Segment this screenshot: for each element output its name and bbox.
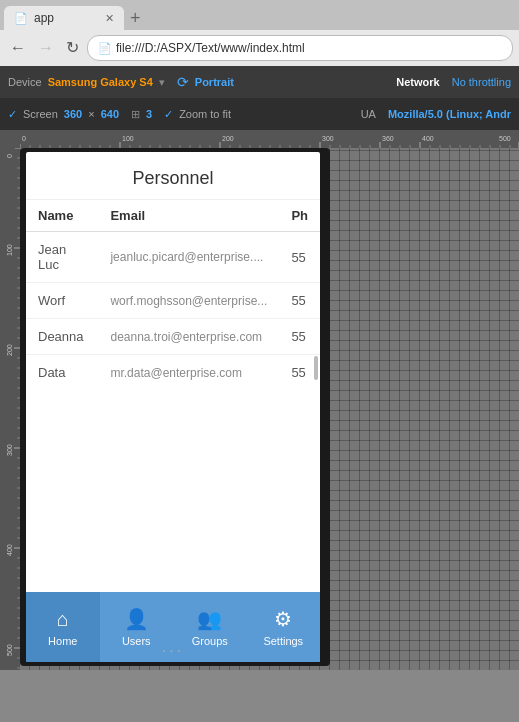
tab-title: app	[34, 11, 54, 25]
svg-text:0: 0	[6, 154, 13, 158]
portrait-section: ⟳ Portrait	[177, 74, 234, 90]
horizontal-ruler: 0 100	[20, 130, 519, 148]
device-screen: Personnel Name Email Ph	[26, 152, 320, 662]
lock-icon: 📄	[98, 42, 112, 55]
hruler-svg: 0 100	[20, 130, 519, 148]
cell-email: jeanluc.picard@enterprise....	[98, 232, 279, 283]
check-zoom: ✓	[164, 108, 173, 121]
content-column: 0 100	[20, 130, 519, 670]
cell-phone: 55	[279, 232, 320, 283]
cell-name: Data	[26, 355, 98, 391]
svg-text:360: 360	[382, 135, 394, 142]
dropdown-icon[interactable]: ▾	[159, 76, 165, 89]
nav-label-groups: Groups	[192, 635, 228, 647]
device-frame: Personnel Name Email Ph	[20, 148, 330, 666]
table-row: Worf worf.moghsson@enterprise... 55	[26, 283, 320, 319]
ruler-main-container: 0 100	[0, 130, 519, 670]
vruler-svg: 0 100	[0, 148, 20, 670]
rotate-icon[interactable]: ⟳	[177, 74, 189, 90]
nav-label-home: Home	[48, 635, 77, 647]
cell-email: worf.moghsson@enterprise...	[98, 283, 279, 319]
tab-page-icon: 📄	[14, 12, 28, 25]
check-screen: ✓	[8, 108, 17, 121]
personnel-table: Name Email Ph Jean Luc jeanluc.picard@en…	[26, 200, 320, 390]
address-text: file:///D:/ASPX/Text/www/index.html	[116, 41, 305, 55]
settings-icon: ⚙	[274, 607, 292, 631]
cell-name: Worf	[26, 283, 98, 319]
reload-button[interactable]: ↻	[62, 38, 83, 58]
svg-text:0: 0	[22, 135, 26, 142]
scrollbar-thumb	[314, 356, 318, 380]
throttle-label[interactable]: No throttling	[452, 76, 511, 88]
table-row: Jean Luc jeanluc.picard@enterprise.... 5…	[26, 232, 320, 283]
nav-item-settings[interactable]: ⚙ Settings	[247, 592, 321, 662]
ua-label: UA	[361, 108, 376, 120]
toolbar-row2: ✓ Screen 360 × 640 ⊞ 3 ✓ Zoom to fit UA …	[0, 98, 519, 130]
devtools-toolbar: Device Samsung Galaxy S4 ▾ ⟳ Portrait Ne…	[0, 66, 519, 98]
device-value[interactable]: Samsung Galaxy S4	[48, 76, 153, 88]
network-label: Network	[396, 76, 439, 88]
cell-email: mr.data@enterprise.com	[98, 355, 279, 391]
svg-text:100: 100	[6, 244, 13, 256]
svg-rect-0	[0, 148, 20, 670]
zoom-section: ✓ Zoom to fit	[164, 108, 231, 121]
nav-label-settings: Settings	[263, 635, 303, 647]
app-title: Personnel	[26, 152, 320, 200]
width-value: 360	[64, 108, 82, 120]
screen-count-icon: ⊞	[131, 108, 140, 121]
app-title-text: Personnel	[132, 168, 213, 188]
col-header-name: Name	[26, 200, 98, 232]
svg-text:400: 400	[422, 135, 434, 142]
count-section: ⊞ 3	[131, 108, 152, 121]
svg-text:500: 500	[6, 644, 13, 656]
portrait-label: Portrait	[195, 76, 234, 88]
vertical-ruler-body: 0 100	[0, 148, 20, 670]
nav-label-users: Users	[122, 635, 151, 647]
cell-name: Deanna	[26, 319, 98, 355]
back-button[interactable]: ←	[6, 38, 30, 58]
ua-section: UA Mozilla/5.0 (Linux; Andr	[361, 108, 511, 120]
x-sep: ×	[88, 108, 94, 120]
height-value: 640	[101, 108, 119, 120]
cell-email: deanna.troi@enterprise.com	[98, 319, 279, 355]
screen-section: ✓ Screen 360 × 640	[8, 108, 119, 121]
menu-dots: ···	[162, 642, 184, 660]
screen-label: Screen	[23, 108, 58, 120]
svg-text:200: 200	[6, 344, 13, 356]
cell-phone: 55	[279, 283, 320, 319]
home-icon: ⌂	[57, 608, 69, 631]
device-grid-area: Personnel Name Email Ph	[20, 148, 519, 670]
svg-text:100: 100	[122, 135, 134, 142]
toolbar-right: Network No throttling	[396, 76, 511, 88]
cell-name: Jean Luc	[26, 232, 98, 283]
table-row: Data mr.data@enterprise.com 55	[26, 355, 320, 391]
col-header-phone: Ph	[279, 200, 320, 232]
table-header-row: Name Email Ph	[26, 200, 320, 232]
zoom-label: Zoom to fit	[179, 108, 231, 120]
device-label: Device	[8, 76, 42, 88]
ua-value: Mozilla/5.0 (Linux; Andr	[388, 108, 511, 120]
svg-text:300: 300	[6, 444, 13, 456]
col-header-email: Email	[98, 200, 279, 232]
svg-text:200: 200	[222, 135, 234, 142]
groups-icon: 👥	[197, 607, 222, 631]
svg-text:500: 500	[499, 135, 511, 142]
table-row: Deanna deanna.troi@enterprise.com 55	[26, 319, 320, 355]
count-value: 3	[146, 108, 152, 120]
app-main-content: Personnel Name Email Ph	[26, 152, 320, 592]
nav-item-home[interactable]: ⌂ Home	[26, 592, 100, 662]
tab-close-button[interactable]: ✕	[105, 12, 114, 25]
vertical-ruler: 0 100	[0, 130, 20, 670]
users-icon: 👤	[124, 607, 149, 631]
ruler-corner	[0, 130, 20, 148]
new-tab-button[interactable]: +	[124, 6, 147, 30]
svg-text:400: 400	[6, 544, 13, 556]
device-section: Device Samsung Galaxy S4 ▾	[8, 76, 165, 89]
forward-button[interactable]: →	[34, 38, 58, 58]
svg-rect-60	[20, 130, 519, 148]
address-bar[interactable]: 📄 file:///D:/ASPX/Text/www/index.html	[87, 35, 513, 61]
cell-phone: 55	[279, 319, 320, 355]
browser-tab[interactable]: 📄 app ✕	[4, 6, 124, 30]
svg-text:300: 300	[322, 135, 334, 142]
